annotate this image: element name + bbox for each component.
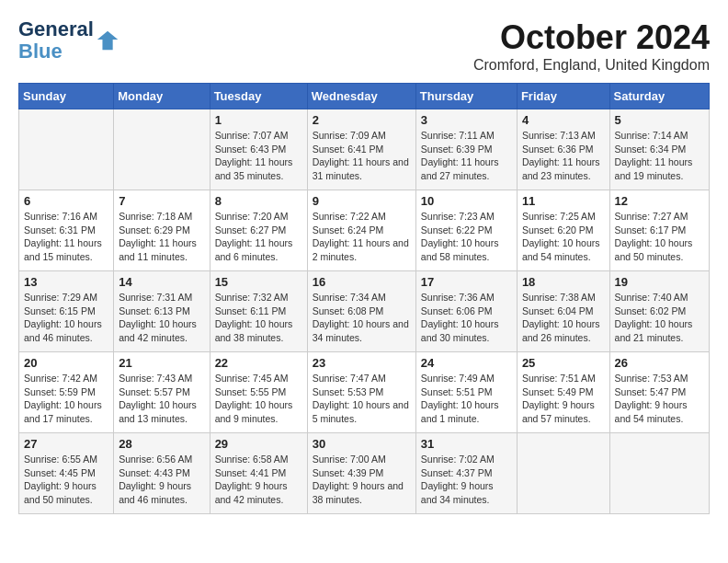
- calendar-week-row: 6Sunrise: 7:16 AM Sunset: 6:31 PM Daylig…: [19, 190, 710, 271]
- day-number: 21: [119, 356, 204, 370]
- day-info: Sunrise: 7:11 AM Sunset: 6:39 PM Dayligh…: [421, 129, 512, 183]
- day-info: Sunrise: 7:25 AM Sunset: 6:20 PM Dayligh…: [522, 210, 605, 264]
- day-number: 8: [215, 194, 302, 208]
- calendar-cell: [114, 109, 210, 190]
- day-number: 10: [421, 194, 512, 208]
- header-tuesday: Tuesday: [210, 84, 307, 109]
- day-info: Sunrise: 7:02 AM Sunset: 4:37 PM Dayligh…: [421, 453, 512, 507]
- calendar-cell: 27Sunrise: 6:55 AM Sunset: 4:45 PM Dayli…: [19, 433, 114, 514]
- day-info: Sunrise: 7:34 AM Sunset: 6:08 PM Dayligh…: [313, 291, 411, 345]
- calendar-cell: 18Sunrise: 7:38 AM Sunset: 6:04 PM Dayli…: [517, 271, 609, 352]
- day-info: Sunrise: 7:40 AM Sunset: 6:02 PM Dayligh…: [615, 291, 704, 345]
- month-title: October 2024: [473, 18, 710, 57]
- calendar-cell: 13Sunrise: 7:29 AM Sunset: 6:15 PM Dayli…: [19, 271, 114, 352]
- calendar-cell: 20Sunrise: 7:42 AM Sunset: 5:59 PM Dayli…: [19, 352, 114, 433]
- day-number: 5: [615, 113, 704, 127]
- logo-text: GeneralBlue: [18, 18, 94, 63]
- title-block: October 2024 Cromford, England, United K…: [473, 18, 710, 74]
- calendar-week-row: 20Sunrise: 7:42 AM Sunset: 5:59 PM Dayli…: [19, 352, 710, 433]
- day-info: Sunrise: 7:16 AM Sunset: 6:31 PM Dayligh…: [24, 210, 108, 264]
- day-number: 2: [313, 113, 411, 127]
- day-info: Sunrise: 7:45 AM Sunset: 5:55 PM Dayligh…: [215, 372, 302, 426]
- calendar-cell: 19Sunrise: 7:40 AM Sunset: 6:02 PM Dayli…: [609, 271, 709, 352]
- day-info: Sunrise: 7:43 AM Sunset: 5:57 PM Dayligh…: [119, 372, 204, 426]
- calendar-cell: 1Sunrise: 7:07 AM Sunset: 6:43 PM Daylig…: [210, 109, 307, 190]
- calendar-cell: [517, 433, 609, 514]
- calendar-week-row: 1Sunrise: 7:07 AM Sunset: 6:43 PM Daylig…: [19, 109, 710, 190]
- day-info: Sunrise: 7:27 AM Sunset: 6:17 PM Dayligh…: [615, 210, 704, 264]
- day-info: Sunrise: 7:51 AM Sunset: 5:49 PM Dayligh…: [522, 372, 605, 426]
- day-number: 9: [313, 194, 411, 208]
- header-friday: Friday: [517, 84, 609, 109]
- day-info: Sunrise: 7:00 AM Sunset: 4:39 PM Dayligh…: [313, 453, 411, 507]
- calendar-cell: 2Sunrise: 7:09 AM Sunset: 6:41 PM Daylig…: [307, 109, 415, 190]
- day-number: 1: [215, 113, 302, 127]
- calendar-cell: 22Sunrise: 7:45 AM Sunset: 5:55 PM Dayli…: [210, 352, 307, 433]
- calendar-cell: 8Sunrise: 7:20 AM Sunset: 6:27 PM Daylig…: [210, 190, 307, 271]
- svg-marker-0: [97, 31, 118, 51]
- day-number: 14: [119, 275, 204, 289]
- calendar-cell: 28Sunrise: 6:56 AM Sunset: 4:43 PM Dayli…: [114, 433, 210, 514]
- calendar-cell: 9Sunrise: 7:22 AM Sunset: 6:24 PM Daylig…: [307, 190, 415, 271]
- header-sunday: Sunday: [19, 84, 114, 109]
- day-info: Sunrise: 7:20 AM Sunset: 6:27 PM Dayligh…: [215, 210, 302, 264]
- day-number: 3: [421, 113, 512, 127]
- header-wednesday: Wednesday: [307, 84, 415, 109]
- calendar-cell: 7Sunrise: 7:18 AM Sunset: 6:29 PM Daylig…: [114, 190, 210, 271]
- day-info: Sunrise: 7:22 AM Sunset: 6:24 PM Dayligh…: [313, 210, 411, 264]
- calendar-cell: 16Sunrise: 7:34 AM Sunset: 6:08 PM Dayli…: [307, 271, 415, 352]
- day-number: 16: [313, 275, 411, 289]
- calendar-week-row: 13Sunrise: 7:29 AM Sunset: 6:15 PM Dayli…: [19, 271, 710, 352]
- day-number: 23: [313, 356, 411, 370]
- calendar-cell: 15Sunrise: 7:32 AM Sunset: 6:11 PM Dayli…: [210, 271, 307, 352]
- day-number: 19: [615, 275, 704, 289]
- day-number: 18: [522, 275, 605, 289]
- header-thursday: Thursday: [415, 84, 517, 109]
- page-header: GeneralBlue October 2024 Cromford, Engla…: [18, 18, 710, 74]
- calendar-cell: 26Sunrise: 7:53 AM Sunset: 5:47 PM Dayli…: [609, 352, 709, 433]
- day-number: 28: [119, 437, 204, 451]
- day-number: 11: [522, 194, 605, 208]
- day-info: Sunrise: 7:42 AM Sunset: 5:59 PM Dayligh…: [24, 372, 108, 426]
- day-number: 30: [313, 437, 411, 451]
- day-info: Sunrise: 7:23 AM Sunset: 6:22 PM Dayligh…: [421, 210, 512, 264]
- calendar-cell: 23Sunrise: 7:47 AM Sunset: 5:53 PM Dayli…: [307, 352, 415, 433]
- calendar-cell: 21Sunrise: 7:43 AM Sunset: 5:57 PM Dayli…: [114, 352, 210, 433]
- day-number: 31: [421, 437, 512, 451]
- day-info: Sunrise: 7:09 AM Sunset: 6:41 PM Dayligh…: [313, 129, 411, 183]
- calendar-cell: 30Sunrise: 7:00 AM Sunset: 4:39 PM Dayli…: [307, 433, 415, 514]
- day-info: Sunrise: 7:29 AM Sunset: 6:15 PM Dayligh…: [24, 291, 108, 345]
- day-info: Sunrise: 7:18 AM Sunset: 6:29 PM Dayligh…: [119, 210, 204, 264]
- calendar-cell: 17Sunrise: 7:36 AM Sunset: 6:06 PM Dayli…: [415, 271, 517, 352]
- calendar-header-row: SundayMondayTuesdayWednesdayThursdayFrid…: [19, 84, 710, 109]
- day-number: 27: [24, 437, 108, 451]
- day-number: 13: [24, 275, 108, 289]
- calendar-cell: 12Sunrise: 7:27 AM Sunset: 6:17 PM Dayli…: [609, 190, 709, 271]
- day-number: 25: [522, 356, 605, 370]
- logo-icon: [96, 28, 121, 53]
- day-info: Sunrise: 6:56 AM Sunset: 4:43 PM Dayligh…: [119, 453, 204, 507]
- day-number: 26: [615, 356, 704, 370]
- day-info: Sunrise: 7:32 AM Sunset: 6:11 PM Dayligh…: [215, 291, 302, 345]
- day-number: 15: [215, 275, 302, 289]
- day-number: 24: [421, 356, 512, 370]
- calendar-cell: 31Sunrise: 7:02 AM Sunset: 4:37 PM Dayli…: [415, 433, 517, 514]
- calendar-cell: 29Sunrise: 6:58 AM Sunset: 4:41 PM Dayli…: [210, 433, 307, 514]
- day-number: 4: [522, 113, 605, 127]
- day-number: 20: [24, 356, 108, 370]
- day-number: 12: [615, 194, 704, 208]
- header-monday: Monday: [114, 84, 210, 109]
- header-saturday: Saturday: [609, 84, 709, 109]
- day-number: 29: [215, 437, 302, 451]
- day-info: Sunrise: 7:47 AM Sunset: 5:53 PM Dayligh…: [313, 372, 411, 426]
- day-number: 22: [215, 356, 302, 370]
- calendar-cell: 6Sunrise: 7:16 AM Sunset: 6:31 PM Daylig…: [19, 190, 114, 271]
- location: Cromford, England, United Kingdom: [473, 57, 710, 74]
- day-info: Sunrise: 7:38 AM Sunset: 6:04 PM Dayligh…: [522, 291, 605, 345]
- day-number: 17: [421, 275, 512, 289]
- day-info: Sunrise: 7:14 AM Sunset: 6:34 PM Dayligh…: [615, 129, 704, 183]
- calendar-cell: 24Sunrise: 7:49 AM Sunset: 5:51 PM Dayli…: [415, 352, 517, 433]
- calendar-cell: 4Sunrise: 7:13 AM Sunset: 6:36 PM Daylig…: [517, 109, 609, 190]
- calendar-cell: 14Sunrise: 7:31 AM Sunset: 6:13 PM Dayli…: [114, 271, 210, 352]
- calendar-cell: 11Sunrise: 7:25 AM Sunset: 6:20 PM Dayli…: [517, 190, 609, 271]
